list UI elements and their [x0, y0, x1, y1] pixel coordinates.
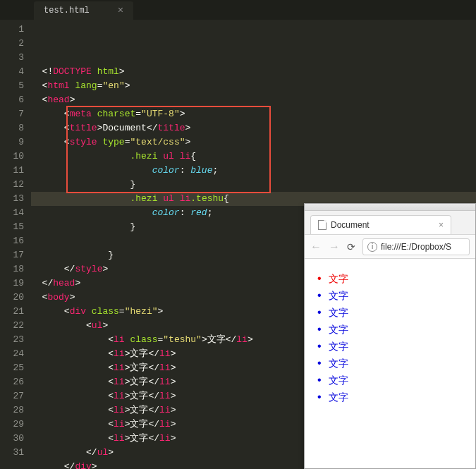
- browser-tab-title: Document: [331, 220, 370, 230]
- line-number: 11: [0, 164, 24, 178]
- line-number: 22: [0, 319, 24, 333]
- browser-titlebar: [305, 204, 475, 211]
- browser-toolbar: ← → ⟳ i file:///E:/Dropbox/S: [305, 235, 475, 259]
- document-icon: [318, 220, 327, 230]
- line-number: 5: [0, 79, 24, 93]
- line-number: 28: [0, 403, 24, 418]
- browser-window: Document × ← → ⟳ i file:///E:/Dropbox/S …: [304, 203, 476, 469]
- code-line[interactable]: color: blue;: [31, 164, 476, 178]
- line-number: 20: [0, 291, 24, 305]
- line-number: 14: [0, 206, 24, 220]
- list-item: 文字: [329, 287, 468, 304]
- tab-title: test.html: [44, 6, 90, 16]
- line-number: 30: [0, 432, 24, 446]
- line-number: 23: [0, 333, 24, 347]
- line-number: 3: [0, 51, 24, 65]
- close-icon[interactable]: ×: [439, 220, 444, 230]
- code-line[interactable]: }: [31, 178, 476, 192]
- reload-icon[interactable]: ⟳: [347, 241, 355, 252]
- code-line[interactable]: <head>: [31, 93, 476, 107]
- code-line[interactable]: .hezi ul li{: [31, 150, 476, 164]
- list-item: 文字: [329, 304, 468, 321]
- url-text: file:///E:/Dropbox/S: [381, 242, 451, 252]
- line-number: 7: [0, 107, 24, 121]
- info-icon: i: [367, 242, 377, 252]
- line-number: 9: [0, 135, 24, 150]
- line-number: 15: [0, 220, 24, 234]
- list-item: 文字: [329, 372, 468, 389]
- line-number: 4: [0, 65, 24, 79]
- rendered-list: 文字文字文字文字文字文字文字文字: [312, 270, 468, 406]
- code-line[interactable]: <title>Document</title>: [31, 121, 476, 135]
- line-number: 8: [0, 121, 24, 135]
- rendered-page: 文字文字文字文字文字文字文字文字: [305, 259, 475, 468]
- line-number: 26: [0, 375, 24, 389]
- close-icon[interactable]: ×: [118, 5, 123, 16]
- line-number: 31: [0, 446, 24, 460]
- forward-icon[interactable]: →: [329, 240, 340, 253]
- url-bar[interactable]: i file:///E:/Dropbox/S: [362, 238, 470, 255]
- editor-tab-bar: test.html ×: [0, 0, 476, 20]
- back-icon[interactable]: ←: [310, 240, 322, 253]
- line-number: 12: [0, 178, 24, 192]
- line-number-gutter: 1234567891011121314151617181920212223242…: [0, 20, 31, 469]
- browser-tab-bar: Document ×: [305, 211, 475, 235]
- list-item: 文字: [329, 270, 468, 287]
- browser-tab[interactable]: Document ×: [310, 215, 451, 234]
- line-number: 29: [0, 418, 24, 432]
- line-number: 13: [0, 192, 24, 206]
- list-item: 文字: [329, 389, 468, 406]
- line-number: 21: [0, 305, 24, 319]
- line-number: 6: [0, 93, 24, 107]
- list-item: 文字: [329, 338, 468, 355]
- code-line[interactable]: <!DOCTYPE html>: [31, 65, 476, 79]
- editor-tab[interactable]: test.html ×: [34, 1, 133, 20]
- line-number: 25: [0, 361, 24, 375]
- line-number: 27: [0, 389, 24, 403]
- code-line[interactable]: <style type="text/css">: [31, 135, 476, 150]
- line-number: 2: [0, 37, 24, 51]
- line-number: 1: [0, 23, 24, 37]
- watermark: @51CTO博客: [417, 453, 470, 465]
- line-number: 18: [0, 262, 24, 276]
- code-line[interactable]: <html lang="en">: [31, 79, 476, 93]
- list-item: 文字: [329, 355, 468, 372]
- line-number: 10: [0, 150, 24, 164]
- line-number: 24: [0, 347, 24, 361]
- line-number: 17: [0, 248, 24, 262]
- list-item: 文字: [329, 321, 468, 338]
- line-number: 16: [0, 234, 24, 248]
- line-number: 19: [0, 276, 24, 291]
- code-line[interactable]: <meta charset="UTF-8">: [31, 107, 476, 121]
